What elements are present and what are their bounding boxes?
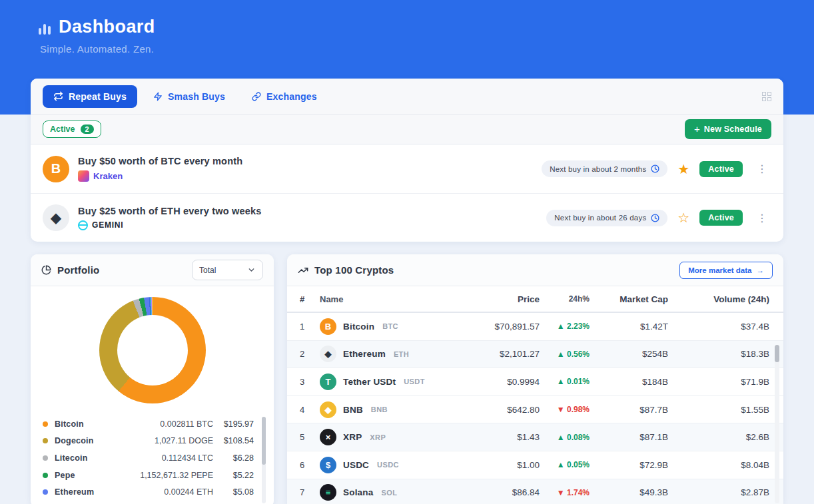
repeat-icon (53, 91, 63, 101)
coin-symbol: USDC (377, 461, 399, 469)
table-row[interactable]: 6 $USDCUSDC $1.00 ▲ 0.05% $72.9B $8.04B (287, 451, 783, 479)
coin-name: XRP (343, 432, 362, 442)
plus-icon: + (694, 126, 700, 132)
more-market-data-button[interactable]: More market data → (679, 262, 773, 279)
schedule-title: Buy $25 worth of ETH every two weeks (78, 206, 262, 216)
more-options-icon[interactable]: ⋮ (753, 161, 771, 176)
status-badge: Active (699, 161, 743, 177)
tab-smash-buys[interactable]: Smash Buys (143, 85, 236, 108)
legend-row: Litecoin 0.112434 LTC $6.28 (43, 449, 254, 467)
more-market-data-label: More market data (688, 266, 751, 274)
pie-chart-icon (41, 265, 51, 275)
ethereum-icon: ◆ (320, 346, 336, 362)
volume-24h: $2.6B (668, 432, 769, 442)
price: $70,891.57 (480, 322, 540, 332)
rank: 5 (300, 432, 320, 442)
holding-value: $6.28 (219, 453, 254, 463)
holding-amount: 0.112434 LTC (162, 453, 213, 463)
page-subtitle: Simple. Automated. Zen. (40, 43, 814, 55)
market-cap: $72.9B (590, 460, 668, 470)
holding-value: $5.08 (219, 487, 254, 497)
tab-label: Exchanges (266, 91, 317, 102)
holding-name: Litecoin (55, 453, 88, 463)
active-filter-label: Active (50, 125, 75, 134)
table-body: 1 BBitcoinBTC $70,891.57 ▲ 2.23% $1.42T … (287, 313, 783, 504)
market-title: Top 100 Cryptos (314, 264, 394, 276)
change-24h: ▼ 0.98% (540, 405, 590, 414)
new-schedule-label: New Schedule (704, 125, 762, 134)
market-cap: $49.3B (590, 487, 668, 497)
table-row[interactable]: 1 BBitcoinBTC $70,891.57 ▲ 2.23% $1.42T … (287, 313, 783, 341)
filter-bar: Active 2 + New Schedule (31, 115, 783, 144)
holding-name: Pepe (55, 471, 75, 480)
change-24h: ▲ 0.08% (540, 433, 590, 442)
tab-bar: Repeat Buys Smash Buys Exchanges (31, 79, 783, 115)
rank: 2 (300, 349, 320, 359)
price: $1.00 (480, 460, 540, 470)
new-schedule-button[interactable]: + New Schedule (685, 119, 771, 139)
scrollbar-thumb[interactable] (262, 417, 266, 465)
schedule-row: B Buy $50 worth of BTC every month Krake… (31, 144, 783, 193)
schedule-title: Buy $50 worth of BTC every month (78, 156, 242, 166)
volume-24h: $71.9B (668, 377, 769, 387)
holding-name: Dogecoin (55, 436, 94, 445)
chevron-down-icon (247, 266, 256, 274)
market-cap: $254B (590, 349, 668, 359)
coin-glyph: B (51, 161, 61, 176)
favorite-star-icon[interactable]: ★ (677, 162, 689, 176)
rank: 1 (300, 322, 320, 332)
select-value: Total (199, 266, 216, 275)
portfolio-donut-chart (99, 297, 206, 403)
more-options-icon[interactable]: ⋮ (753, 210, 771, 226)
col-change: 24h% (540, 294, 590, 304)
coin-symbol: BTC (382, 322, 398, 330)
holding-amount: 1,152,671.32 PEPE (140, 471, 213, 480)
legend-dot (43, 455, 48, 461)
page-title: Dashboard (59, 17, 155, 37)
coin-name: Solana (343, 487, 373, 497)
table-row[interactable]: 7 ≡SolanaSOL $86.84 ▼ 1.74% $49.3B $2.87… (287, 479, 783, 504)
exchange-name[interactable]: Kraken (93, 171, 123, 181)
change-24h: ▲ 2.23% (540, 322, 590, 331)
col-rank: # (300, 294, 320, 304)
legend-dot (43, 438, 48, 443)
scrollbar-thumb[interactable] (775, 345, 779, 362)
coin-name: USDC (343, 460, 369, 470)
volume-24h: $18.3B (668, 349, 769, 359)
portfolio-card: Portfolio Total Bitcoin 0.002811 BTC $19… (31, 254, 274, 504)
tab-repeat-buys[interactable]: Repeat Buys (43, 85, 137, 108)
table-row[interactable]: 5 ×XRPXRP $1.43 ▲ 0.08% $87.1B $2.6B (287, 423, 783, 451)
coin-name: Ethereum (343, 349, 386, 359)
legend-row: Bitcoin 0.002811 BTC $195.97 (43, 415, 254, 433)
bnb-icon: ◆ (320, 401, 336, 418)
active-filter-chip[interactable]: Active 2 (43, 121, 101, 138)
kraken-icon (78, 170, 89, 182)
coin-name: Bitcoin (343, 322, 374, 332)
zap-icon (153, 92, 163, 101)
col-name: Name (320, 294, 480, 304)
market-cap: $184B (590, 377, 668, 387)
holding-value: $108.54 (219, 436, 254, 445)
layout-grid-icon[interactable] (762, 92, 771, 101)
portfolio-legend: Bitcoin 0.002811 BTC $195.97 Dogecoin 1,… (31, 415, 274, 501)
table-row[interactable]: 3 TTether USDtUSDT $0.9994 ▲ 0.01% $184B… (287, 368, 783, 396)
table-scrollbar[interactable] (775, 345, 779, 503)
market-card: Top 100 Cryptos More market data → # Nam… (287, 254, 783, 504)
tab-exchanges[interactable]: Exchanges (241, 85, 328, 108)
trending-up-icon (298, 265, 308, 276)
change-24h: ▼ 1.74% (540, 488, 590, 497)
price: $642.80 (480, 405, 540, 415)
favorite-star-icon[interactable]: ☆ (677, 211, 689, 224)
price: $2,101.27 (480, 349, 540, 359)
table-row[interactable]: 4 ◆BNBBNB $642.80 ▼ 0.98% $87.7B $1.55B (287, 396, 783, 424)
rank: 6 (300, 460, 320, 470)
portfolio-view-select[interactable]: Total (192, 260, 263, 280)
arrow-right-icon: → (757, 266, 765, 274)
xrp-icon: × (320, 429, 336, 445)
legend-row: Pepe 1,152,671.32 PEPE $5.22 (43, 467, 254, 484)
table-row[interactable]: 2 ◆EthereumETH $2,101.27 ▲ 0.56% $254B $… (287, 341, 783, 369)
legend-scrollbar[interactable] (262, 417, 266, 503)
usdc-icon: $ (320, 457, 336, 473)
status-badge: Active (699, 210, 743, 226)
exchange-name[interactable]: GEMINI (92, 220, 123, 230)
